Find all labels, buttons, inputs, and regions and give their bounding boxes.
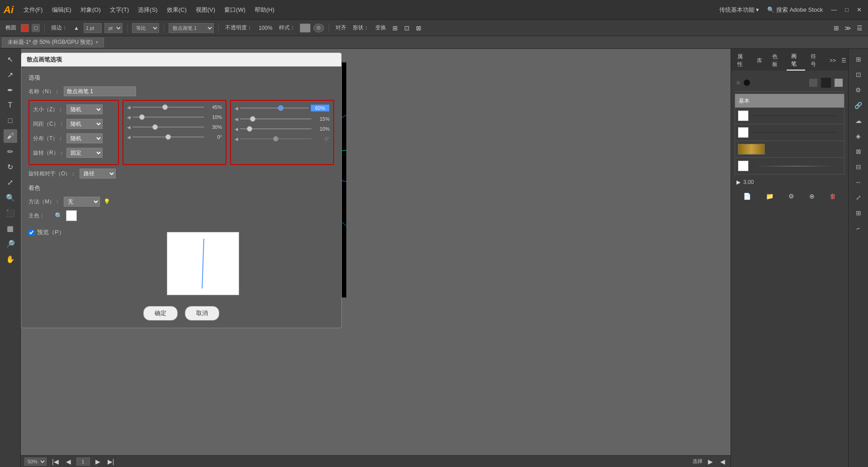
rotate-type-select[interactable]: 固定	[66, 148, 103, 158]
pencil-tool[interactable]: ✏	[4, 145, 17, 158]
minimize-btn[interactable]: —	[828, 5, 840, 14]
direct-select-tool[interactable]: ↗	[4, 68, 17, 81]
pen-tool[interactable]: ✒	[4, 83, 17, 97]
rotate-max-arrow[interactable]: ◀	[235, 137, 238, 142]
brush-preset-3[interactable]	[735, 141, 844, 158]
tab-properties[interactable]: 属性	[733, 51, 751, 70]
cc-libraries-btn[interactable]: ☁	[852, 114, 865, 127]
rotation-relative-select[interactable]: 路径	[80, 169, 116, 179]
search-stock[interactable]: 🔍 搜索 Adobe Stock	[764, 5, 826, 15]
brush-tool[interactable]: 🖌	[4, 129, 17, 143]
align-btn[interactable]: ⊠	[852, 145, 865, 158]
transform-panel-btn[interactable]: ↔	[852, 175, 865, 189]
tab-brushes[interactable]: 画笔	[787, 51, 805, 71]
eyedropper-tool[interactable]: 🔍	[4, 191, 17, 204]
menu-view[interactable]: 视图(V)	[192, 4, 219, 16]
close-btn[interactable]: ✕	[854, 5, 864, 14]
panel-menu-btn[interactable]: ☰	[855, 24, 864, 33]
scatter-min-arrow[interactable]: ◀	[127, 125, 131, 130]
stroke-color-btn[interactable]	[21, 24, 29, 32]
text-tool[interactable]: T	[4, 99, 17, 112]
tab-symbols[interactable]: 符号	[806, 51, 825, 70]
confirm-button[interactable]: 确定	[143, 306, 178, 321]
scatter-max-arrow[interactable]: ◀	[235, 127, 238, 132]
spacing-min-arrow[interactable]: ◀	[127, 115, 131, 120]
artboards-btn[interactable]: ⊡	[852, 68, 865, 81]
size-min-arrow[interactable]: ◀	[127, 105, 131, 110]
transform-btn2[interactable]: ⊡	[402, 24, 411, 33]
rotate-max-slider[interactable]	[240, 138, 311, 139]
transform-btn3[interactable]: ⊠	[414, 24, 423, 33]
paint-bucket-tool[interactable]: ⬛	[4, 206, 17, 220]
gradient-tool[interactable]: ▦	[4, 222, 17, 235]
links-btn[interactable]: 🔗	[852, 99, 865, 112]
brush-library-btn[interactable]: 📁	[764, 192, 775, 201]
spacing-type-select[interactable]: 随机	[66, 119, 103, 129]
select-tool[interactable]: ↖	[4, 52, 17, 66]
size-max-input[interactable]	[311, 104, 330, 112]
tab-swatches[interactable]: 色板	[768, 51, 786, 70]
method-select[interactable]: 无	[64, 197, 100, 207]
duplicate-brush-btn[interactable]: ⊕	[807, 192, 816, 201]
delete-brush-btn[interactable]: 🗑	[828, 192, 838, 201]
menu-file[interactable]: 文件(F)	[20, 4, 47, 16]
size-type-select[interactable]: 随机	[66, 104, 103, 114]
preview-label[interactable]: 预览（P）	[28, 228, 65, 236]
workspace-dropdown[interactable]: 传统基本功能 ▾	[717, 5, 762, 15]
brush-preset-2[interactable]	[735, 124, 844, 141]
size-min-slider[interactable]	[132, 107, 204, 108]
preview-checkbox[interactable]	[28, 230, 34, 236]
stroke-value-input[interactable]	[84, 23, 102, 33]
brush-dot-medium-small[interactable]	[744, 80, 750, 86]
rotate-tool[interactable]: ↻	[4, 160, 17, 174]
rotate-min-arrow[interactable]: ◀	[127, 135, 131, 140]
maximize-btn[interactable]: □	[842, 5, 851, 14]
style-circle[interactable]: ⊙	[313, 24, 324, 33]
brush-options-btn[interactable]: ⚙	[787, 192, 796, 201]
stroke-unit-select[interactable]: pt	[104, 23, 123, 33]
menu-text[interactable]: 文字(T)	[106, 4, 133, 16]
fill-color-btn[interactable]: ▢	[32, 24, 40, 32]
cancel-button[interactable]: 取消	[185, 306, 219, 321]
brush-dot-small[interactable]	[736, 81, 740, 85]
transform-btn1[interactable]: ⊞	[391, 24, 400, 33]
panel-grid-btn[interactable]: ⊞	[832, 24, 841, 33]
brush-preset-4[interactable]	[735, 158, 844, 174]
scale-tool[interactable]: ⤢	[4, 175, 17, 189]
menu-select[interactable]: 选择(S)	[134, 4, 161, 16]
expand-btn[interactable]: ⊞	[852, 206, 865, 220]
menu-help[interactable]: 帮助(H)	[251, 4, 278, 16]
zoom-tool[interactable]: 🔎	[4, 237, 17, 250]
hand-tool[interactable]: ✋	[4, 252, 17, 266]
name-input[interactable]	[64, 86, 136, 96]
panel-menu-icon[interactable]: ☰	[841, 57, 846, 64]
size-max-slider[interactable]	[240, 108, 309, 108]
menu-window[interactable]: 窗口(W)	[221, 4, 249, 16]
new-brush-btn[interactable]: 📄	[741, 192, 753, 201]
blend-select[interactable]: 等比	[132, 23, 159, 33]
scatter-max-slider[interactable]	[240, 128, 311, 129]
panel-expand-btn[interactable]: ≫	[843, 24, 853, 33]
brush-preset-1[interactable]	[735, 108, 844, 124]
shape-tool[interactable]: □	[4, 114, 17, 127]
eyedropper-icon[interactable]: 🔍	[55, 212, 62, 219]
pathfinder-btn[interactable]: ⊟	[852, 160, 865, 174]
spacing-max-arrow[interactable]: ◀	[235, 117, 238, 122]
spacing-max-slider[interactable]	[240, 118, 311, 119]
spacing-min-slider[interactable]	[132, 117, 204, 118]
tab-close-icon[interactable]: ×	[95, 40, 98, 45]
menu-edit[interactable]: 编辑(E)	[48, 4, 75, 16]
brush-dot-white[interactable]	[835, 79, 843, 87]
properties-btn[interactable]: ⚙	[852, 83, 865, 97]
size-max-arrow[interactable]: ◀	[235, 106, 238, 111]
stroke-up-arrow[interactable]: ▲	[72, 25, 81, 31]
full-screen-btn[interactable]: ⤢	[852, 191, 865, 204]
menu-effect[interactable]: 效果(C)	[163, 4, 190, 16]
layers-btn[interactable]: ⊞	[852, 52, 865, 66]
appearance-btn[interactable]: ◈	[852, 129, 865, 143]
tab-library[interactable]: 库	[752, 55, 767, 66]
brush-dot-large[interactable]	[821, 78, 831, 88]
style-btn[interactable]	[300, 24, 311, 33]
corner-tool-btn[interactable]: ⌐	[852, 222, 865, 235]
scatter-min-slider[interactable]	[132, 127, 204, 127]
